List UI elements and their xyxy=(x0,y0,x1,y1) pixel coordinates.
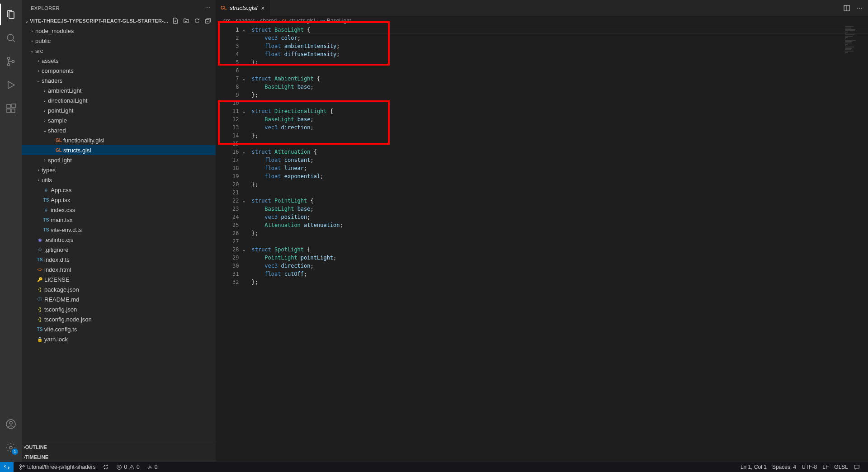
file-app-css[interactable]: #App.css xyxy=(22,185,216,195)
gitignore-icon: ⚙ xyxy=(35,247,44,252)
folder-node-modules[interactable]: ›node_modules xyxy=(22,26,216,36)
file-app-tsx[interactable]: TSApp.tsx xyxy=(22,195,216,205)
accounts-icon[interactable] xyxy=(0,413,22,435)
file-yarn-lock[interactable]: 🔒yarn.lock xyxy=(22,334,216,344)
folder-types[interactable]: ›types xyxy=(22,165,216,175)
tree-label: App.tsx xyxy=(51,197,70,203)
tree-label: tsconfig.json xyxy=(44,306,77,313)
search-icon[interactable] xyxy=(0,27,22,49)
new-file-icon[interactable] xyxy=(172,18,179,24)
outline-header[interactable]: › OUTLINE xyxy=(22,442,216,452)
project-header[interactable]: ⌄ VITE-THREEJS-TYPESCRIPT-REACT-GLSL-STA… xyxy=(22,16,216,26)
collapse-all-icon[interactable] xyxy=(205,18,211,24)
svg-rect-6 xyxy=(11,109,15,113)
folder-components[interactable]: ›components xyxy=(22,66,216,76)
tree-label: src xyxy=(35,47,43,54)
close-icon[interactable]: × xyxy=(260,5,265,12)
sidebar-more-icon[interactable]: ⋯ xyxy=(205,5,211,11)
eol[interactable]: LF xyxy=(820,464,831,470)
file-index-html[interactable]: <>index.html xyxy=(22,264,216,274)
file-index-dts[interactable]: TSindex.d.ts xyxy=(22,255,216,264)
tree-label: package.json xyxy=(44,286,79,293)
breadcrumb-item: shared xyxy=(260,18,277,24)
ts-icon: TS xyxy=(42,198,51,203)
split-editor-icon[interactable] xyxy=(843,5,850,12)
tree-label: .eslintrc.cjs xyxy=(44,236,73,243)
tree-label: public xyxy=(35,38,51,44)
folder-src[interactable]: ⌄src xyxy=(22,46,216,56)
settings-gear-icon[interactable]: 1 xyxy=(0,437,22,458)
file-main-tsx[interactable]: TSmain.tsx xyxy=(22,215,216,225)
glsl-icon: GL xyxy=(54,138,63,143)
ports[interactable]: 0 xyxy=(144,464,160,470)
line-number-gutter: 1⌄234567⌄891011⌄1213141516⌄171819202122⌄… xyxy=(216,26,248,462)
outline-title: OUTLINE xyxy=(25,444,47,450)
encoding[interactable]: UTF-8 xyxy=(799,464,820,470)
project-title: VITE-THREEJS-TYPESCRIPT-REACT-GLSL-START… xyxy=(30,18,172,24)
svg-point-1 xyxy=(8,57,10,60)
language-mode[interactable]: GLSL xyxy=(831,464,851,470)
json-icon: {} xyxy=(35,287,44,292)
problems[interactable]: 0 0 xyxy=(113,464,142,470)
tree-label: ambientLight xyxy=(48,87,81,94)
cursor-position[interactable]: Ln 1, Col 1 xyxy=(738,464,769,470)
folder-directional-light[interactable]: ›directionalLight xyxy=(22,95,216,105)
extensions-icon[interactable] xyxy=(0,98,22,119)
glsl-icon: GL xyxy=(221,5,227,10)
breadcrumb-item: GLstructs.glsl xyxy=(282,18,315,24)
folder-sample[interactable]: ›sample xyxy=(22,115,216,125)
minimap[interactable] xyxy=(845,26,862,58)
tree-label: tsconfig.node.json xyxy=(44,316,92,323)
folder-spot-light[interactable]: ›spotLight xyxy=(22,155,216,165)
file-readme[interactable]: ⓘREADME.md xyxy=(22,294,216,304)
code-content[interactable]: struct BaseLight { vec3 color; float amb… xyxy=(248,26,868,462)
tree-label: functionality.glsl xyxy=(63,137,104,144)
chevron-right-icon: › xyxy=(317,19,318,24)
folder-ambient-light[interactable]: ›ambientLight xyxy=(22,85,216,95)
file-vite-env[interactable]: TSvite-env.d.ts xyxy=(22,225,216,235)
folder-shared[interactable]: ⌄shared xyxy=(22,125,216,135)
file-license[interactable]: 🔑LICENSE xyxy=(22,274,216,284)
file-tsconfig-node[interactable]: {}tsconfig.node.json xyxy=(22,314,216,324)
ports-count: 0 xyxy=(155,464,158,470)
chevron-right-icon: › xyxy=(232,19,234,24)
file-package-json[interactable]: {}package.json xyxy=(22,284,216,294)
tree-label: directionalLight xyxy=(48,97,87,104)
file-eslintrc[interactable]: ◉.eslintrc.cjs xyxy=(22,235,216,245)
file-gitignore[interactable]: ⚙.gitignore xyxy=(22,245,216,255)
editor-body[interactable]: 1⌄234567⌄891011⌄1213141516⌄171819202122⌄… xyxy=(216,26,868,462)
tree-label: vite-env.d.ts xyxy=(51,227,82,233)
source-control-icon[interactable] xyxy=(0,51,22,72)
file-structs-glsl[interactable]: GLstructs.glsl xyxy=(22,145,216,155)
explorer-icon[interactable] xyxy=(0,4,22,25)
svg-point-2 xyxy=(8,64,10,66)
run-debug-icon[interactable] xyxy=(0,74,22,96)
tree-label: spotLight xyxy=(48,157,72,164)
folder-shaders[interactable]: ⌄shaders xyxy=(22,76,216,85)
license-icon: 🔑 xyxy=(35,277,44,282)
css-icon: # xyxy=(42,208,51,212)
tree-label: components xyxy=(42,67,74,74)
git-branch[interactable]: tutorial/three-js/light-shaders xyxy=(16,464,98,470)
file-tsconfig[interactable]: {}tsconfig.json xyxy=(22,304,216,314)
folder-assets[interactable]: ›assets xyxy=(22,56,216,66)
sync-icon[interactable] xyxy=(100,464,112,470)
tab-structs-glsl[interactable]: GL structs.glsl × xyxy=(216,0,270,16)
file-functionality-glsl[interactable]: GLfunctionality.glsl xyxy=(22,135,216,145)
tree-label: shared xyxy=(48,127,66,134)
tree-label: App.css xyxy=(51,187,71,194)
folder-public[interactable]: ›public xyxy=(22,36,216,46)
folder-utils[interactable]: ›utils xyxy=(22,175,216,185)
breadcrumbs[interactable]: src › shaders › shared › GLstructs.glsl … xyxy=(216,16,868,26)
indentation[interactable]: Spaces: 4 xyxy=(769,464,799,470)
folder-point-light[interactable]: ›pointLight xyxy=(22,105,216,115)
feedback-icon[interactable] xyxy=(851,464,863,470)
new-folder-icon[interactable] xyxy=(183,18,189,24)
file-vite-config[interactable]: TSvite.config.ts xyxy=(22,324,216,334)
file-index-css[interactable]: #index.css xyxy=(22,205,216,215)
more-actions-icon[interactable]: ⋯ xyxy=(857,5,863,11)
remote-indicator[interactable] xyxy=(0,462,14,472)
refresh-icon[interactable] xyxy=(194,18,200,24)
timeline-header[interactable]: › TIMELINE xyxy=(22,452,216,462)
json-icon: {} xyxy=(35,307,44,312)
